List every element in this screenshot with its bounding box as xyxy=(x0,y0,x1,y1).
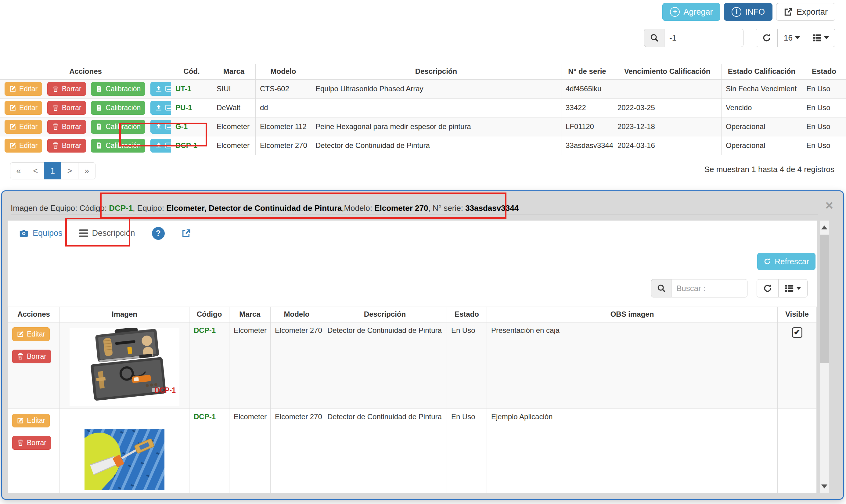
actions-cell: Editar Borrar xyxy=(8,409,60,493)
refrescar-button[interactable]: Refrescar xyxy=(757,253,815,270)
borrar-button[interactable]: Borrar xyxy=(47,120,86,133)
plus-circle-icon: + xyxy=(670,7,680,17)
refresh-button[interactable] xyxy=(756,29,778,47)
scrollbar-thumb[interactable] xyxy=(820,235,829,363)
title-modelo: Elcometer 270 xyxy=(374,203,428,213)
editar-button[interactable]: Editar xyxy=(4,101,42,115)
editar-button[interactable]: Editar xyxy=(4,82,42,96)
estado-cell: En Uso xyxy=(802,117,846,136)
modelo-cell: Elcometer 112 xyxy=(256,117,311,136)
imagen-button[interactable]: Imagen xyxy=(150,82,171,96)
col-header-acciones: Acciones xyxy=(0,64,171,79)
marca-cell: SIUI xyxy=(212,79,256,98)
list-columns-icon xyxy=(785,284,794,293)
vencimiento-cell xyxy=(613,79,721,98)
search-addon xyxy=(651,279,671,298)
exportar-button[interactable]: Exportar xyxy=(776,3,835,21)
image-file-icon xyxy=(165,123,171,130)
modelo-cell: Elcometer 270 xyxy=(256,136,311,155)
chevron-up-icon xyxy=(821,226,827,230)
caret-down-icon xyxy=(796,287,801,290)
close-icon[interactable]: × xyxy=(825,199,833,212)
imagen-button[interactable]: Imagen xyxy=(150,139,171,152)
page-size-select[interactable]: 16 xyxy=(778,29,806,47)
imagen-button[interactable]: Imagen xyxy=(150,101,171,115)
document-icon xyxy=(95,85,103,92)
upload-icon xyxy=(155,123,162,130)
upload-icon xyxy=(155,85,162,92)
col-header-marca: Marca xyxy=(212,64,256,79)
external-link-icon[interactable] xyxy=(181,229,191,238)
document-icon xyxy=(95,123,103,130)
scroll-up-button[interactable] xyxy=(820,220,829,234)
page-first-button[interactable]: « xyxy=(10,162,27,179)
imagen-button[interactable]: Imagen xyxy=(150,120,171,133)
editar-button[interactable]: Editar xyxy=(4,120,42,133)
calibracion-button[interactable]: Calibración xyxy=(91,120,145,133)
editar-button[interactable]: Editar xyxy=(4,139,42,152)
document-icon xyxy=(95,104,103,111)
info-label: INFO xyxy=(745,7,765,17)
images-search-group xyxy=(651,279,748,298)
borrar-button[interactable]: Borrar xyxy=(47,139,86,152)
modal-scrollbar[interactable] xyxy=(820,220,829,493)
trash-icon xyxy=(17,439,24,446)
refresh-icon xyxy=(762,33,771,42)
title-sep: , N° serie: xyxy=(428,203,465,213)
page-last-button[interactable]: » xyxy=(78,162,95,179)
title-prefix: Imagen de Equipo: Código: xyxy=(11,203,109,213)
descripcion-cell: Detector de Continuidad de Pintura xyxy=(311,136,561,155)
calibracion-button[interactable]: Calibración xyxy=(91,101,145,115)
cod-cell: G-1 xyxy=(171,117,212,136)
help-icon[interactable]: ? xyxy=(152,227,165,240)
photo-label: DCP-1 xyxy=(64,492,185,493)
visible-checkbox[interactable]: ✔ xyxy=(792,327,803,338)
scroll-down-button[interactable] xyxy=(820,480,829,493)
descripcion-cell: Equipo Ultrasonido Phased Array xyxy=(311,79,561,98)
editar-button[interactable]: Editar xyxy=(12,414,50,428)
col-header-vencimiento: Vencimiento Calificación xyxy=(613,64,721,79)
image-row: Editar Borrar xyxy=(8,322,817,409)
pagination: « < 1 > » xyxy=(10,162,95,179)
tab-descripcion[interactable]: Descripción xyxy=(79,229,135,238)
images-buttons xyxy=(757,279,808,298)
columns-button[interactable] xyxy=(778,279,808,298)
descripcion-cell xyxy=(311,98,561,117)
editar-button[interactable]: Editar xyxy=(12,327,50,341)
calibracion-label: Calibración xyxy=(106,142,141,150)
editar-label: Editar xyxy=(19,85,37,93)
camera-icon xyxy=(19,229,29,238)
list-columns-icon xyxy=(812,33,822,42)
serie-cell: 33422 xyxy=(561,98,613,117)
calibracion-label: Calibración xyxy=(106,104,141,112)
page-next-button[interactable]: > xyxy=(61,162,78,179)
refresh-button[interactable] xyxy=(757,279,778,298)
image-modal: Imagen de Equipo: Código: DCP-1, Equipo:… xyxy=(1,191,844,500)
calibracion-button[interactable]: Calibración xyxy=(91,82,145,96)
borrar-button[interactable]: Borrar xyxy=(12,349,51,363)
page-size-value: 16 xyxy=(784,33,793,43)
image-file-icon xyxy=(165,142,171,149)
page-prev-button[interactable]: < xyxy=(27,162,44,179)
document-icon xyxy=(95,142,103,149)
page-1-button[interactable]: 1 xyxy=(44,162,61,179)
agregar-label: Agregar xyxy=(683,7,713,17)
tab-equipos[interactable]: Equipos xyxy=(19,229,62,238)
calibracion-button[interactable]: Calibración xyxy=(91,139,145,152)
codigo-cell: DCP-1 xyxy=(190,322,230,409)
images-search-input[interactable] xyxy=(671,279,748,298)
obs-imagen-cell: Presentación en caja xyxy=(487,322,778,409)
agregar-button[interactable]: + Agregar xyxy=(662,3,720,21)
borrar-button[interactable]: Borrar xyxy=(47,82,86,96)
title-equipo: Elcometer, Detector de Continuidad de Pi… xyxy=(166,203,342,213)
borrar-button[interactable]: Borrar xyxy=(47,101,86,115)
columns-button[interactable] xyxy=(806,29,835,47)
editar-label: Editar xyxy=(19,123,37,131)
estado-cell: En Uso xyxy=(802,136,846,155)
actions-cell: Editar Borrar Calibración Imagen xyxy=(0,79,171,98)
info-button[interactable]: i INFO xyxy=(724,3,773,21)
caret-down-icon xyxy=(795,36,800,39)
search-input[interactable] xyxy=(664,29,743,47)
borrar-button[interactable]: Borrar xyxy=(12,436,51,450)
actions-cell: Editar Borrar Calibración Imagen xyxy=(0,136,171,155)
